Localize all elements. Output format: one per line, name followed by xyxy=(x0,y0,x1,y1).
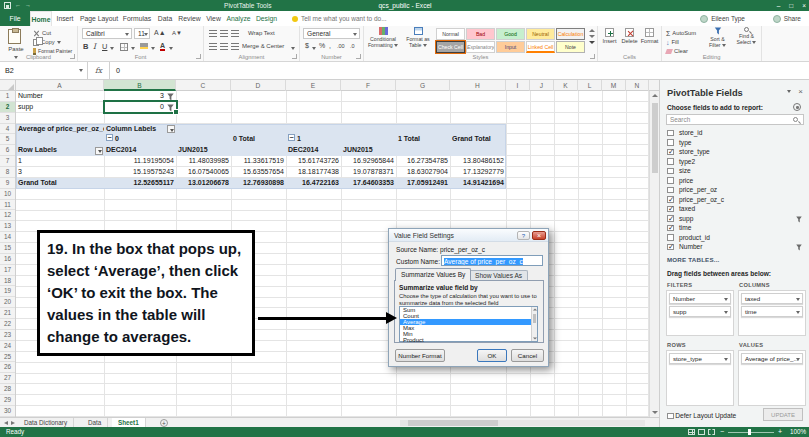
tab-summarize-values-by[interactable]: Summarize Values By xyxy=(395,268,471,281)
col-header-M[interactable]: M xyxy=(602,80,626,91)
dialog-close-button[interactable]: × xyxy=(532,231,546,240)
defer-layout-update[interactable]: Defer Layout Update xyxy=(667,412,736,419)
cell-F9[interactable]: 17.64603353 xyxy=(341,178,396,189)
borders-icon[interactable] xyxy=(120,43,128,51)
select-all-corner[interactable] xyxy=(0,80,16,91)
field-product-id[interactable]: product_id xyxy=(666,233,804,243)
cell-G9[interactable]: 17.05912491 xyxy=(396,178,450,189)
column-chip-time[interactable]: time xyxy=(741,306,803,317)
tab-data[interactable]: Data xyxy=(154,11,176,26)
percent-icon[interactable]: % xyxy=(319,42,325,49)
cell-A9[interactable]: Grand Total xyxy=(16,178,104,189)
field-store-type[interactable]: store_type xyxy=(666,147,804,157)
insert-function-button[interactable]: fx xyxy=(88,62,110,79)
filter-chip-supp[interactable]: supp xyxy=(669,306,731,317)
checkbox[interactable] xyxy=(667,187,674,194)
merge-center-button[interactable]: Merge & Center xyxy=(242,43,284,49)
cell-D8[interactable]: 15.63557654 xyxy=(231,167,286,178)
tab-home[interactable]: Home xyxy=(30,11,52,26)
currency-icon[interactable]: $ xyxy=(305,42,309,49)
shrink-font-icon[interactable]: A▼ xyxy=(172,30,182,36)
hscroll-thumb[interactable] xyxy=(408,420,498,426)
styles-dialog-launcher[interactable] xyxy=(590,54,595,59)
checkbox[interactable] xyxy=(667,196,674,203)
col-header-E[interactable]: E xyxy=(286,80,341,91)
checkbox[interactable] xyxy=(667,206,674,213)
view-page-break-icon[interactable] xyxy=(708,429,715,435)
zoom-level[interactable]: 100% xyxy=(790,427,806,437)
align-left-icon[interactable] xyxy=(209,43,217,50)
number-format-button[interactable]: Number Format xyxy=(395,349,445,362)
collapse-icon[interactable] xyxy=(288,134,295,141)
gallery-up-icon[interactable] xyxy=(589,29,595,32)
defer-checkbox[interactable] xyxy=(667,413,674,420)
maximize-button[interactable]: □ xyxy=(789,0,793,11)
checkbox[interactable] xyxy=(667,244,674,251)
cell-E7[interactable]: 15.61743726 xyxy=(286,156,341,167)
col-header-J[interactable]: J xyxy=(530,80,554,91)
minimize-button[interactable]: – xyxy=(777,0,781,11)
tab-formulas[interactable]: Formulas xyxy=(120,11,154,26)
ok-button[interactable]: OK xyxy=(477,349,507,362)
style-neutral[interactable]: Neutral xyxy=(526,28,555,40)
style-explanatory[interactable]: Explanatory... xyxy=(466,41,495,53)
rows-well[interactable]: store_type xyxy=(666,350,734,406)
style-note[interactable]: Note xyxy=(556,41,585,53)
col-header-D[interactable]: D xyxy=(231,80,286,91)
sheet-next-icon[interactable] xyxy=(11,421,15,425)
cell-A8[interactable]: 3 xyxy=(16,167,104,178)
cell-B8[interactable]: 15.19575243 xyxy=(104,167,176,178)
font-color-icon[interactable]: A xyxy=(160,42,165,51)
dialog-help-button[interactable]: ? xyxy=(517,231,530,240)
zoom-slider-thumb[interactable] xyxy=(748,429,751,435)
cell-F6[interactable]: JUN2015 xyxy=(341,145,396,156)
cell-H9[interactable]: 14.91421694 xyxy=(450,178,506,189)
col-header-F[interactable]: F xyxy=(341,80,396,91)
scroll-down-icon[interactable] xyxy=(652,411,658,414)
tab-file[interactable]: File xyxy=(0,11,30,26)
redo-icon[interactable]: → xyxy=(25,1,31,10)
row-labels-dropdown-icon[interactable] xyxy=(95,147,103,155)
tab-insert[interactable]: Insert xyxy=(52,11,78,26)
close-button[interactable]: × xyxy=(802,0,806,11)
cell-A4[interactable]: Average of price_per_oz_c xyxy=(16,124,104,135)
clipboard-dialog-launcher[interactable] xyxy=(70,54,75,59)
number-format-select[interactable]: General xyxy=(303,28,360,39)
font-name-select[interactable]: Calibri xyxy=(82,28,132,39)
cell-D9[interactable]: 12.76930898 xyxy=(231,178,286,189)
gear-icon[interactable] xyxy=(793,103,801,111)
scroll-up-icon[interactable] xyxy=(652,94,658,97)
fill-button[interactable]: ↓Fill xyxy=(666,38,679,46)
comma-icon[interactable]: , xyxy=(329,42,331,49)
copy-button[interactable]: Copy xyxy=(33,38,61,46)
collapse-icon[interactable] xyxy=(106,134,113,141)
cell-A7[interactable]: 1 xyxy=(16,156,104,167)
cell-B4-column-labels[interactable]: Column Labels xyxy=(104,124,176,135)
field-supp[interactable]: supp xyxy=(666,214,804,224)
col-header-A[interactable]: A xyxy=(16,80,104,91)
field-taxed[interactable]: taxed xyxy=(666,204,804,214)
checkbox[interactable] xyxy=(667,215,674,222)
col-header-C[interactable]: C xyxy=(176,80,231,91)
field-size[interactable]: size xyxy=(666,166,804,176)
new-sheet-button[interactable]: + xyxy=(160,419,168,427)
cell-H7[interactable]: 13.80486152 xyxy=(450,156,506,167)
row-chip-store-type[interactable]: store_type xyxy=(669,353,731,364)
checkbox[interactable] xyxy=(667,149,674,156)
cell-E8[interactable]: 18.18177438 xyxy=(286,167,341,178)
col-header-I[interactable]: I xyxy=(506,80,530,91)
field-time[interactable]: time xyxy=(666,223,804,233)
listbox-scrollbar[interactable] xyxy=(531,307,537,341)
view-page-layout-icon[interactable] xyxy=(698,429,705,435)
cell-A2[interactable]: supp xyxy=(16,102,104,113)
view-normal-icon[interactable] xyxy=(688,429,695,435)
cell-B7[interactable]: 11.19195054 xyxy=(104,156,176,167)
format-cells-button[interactable]: Format xyxy=(640,28,659,44)
tab-view[interactable]: View xyxy=(203,11,224,26)
filter-chip-number[interactable]: Number xyxy=(669,293,731,304)
gallery-down-icon[interactable] xyxy=(589,35,595,38)
field-type2[interactable]: type2 xyxy=(666,157,804,167)
checkbox[interactable] xyxy=(667,158,674,165)
checkbox[interactable] xyxy=(667,130,674,137)
checkbox[interactable] xyxy=(667,177,674,184)
